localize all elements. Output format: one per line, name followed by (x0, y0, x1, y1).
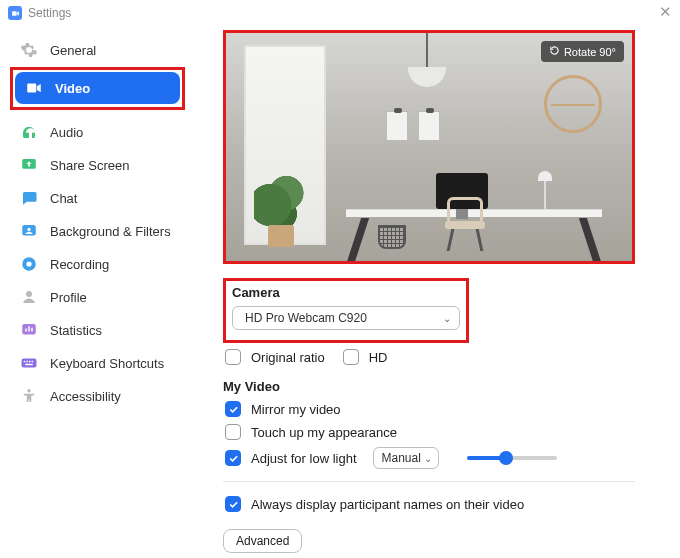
rotate-label: Rotate 90° (564, 46, 616, 58)
sidebar-item-accessibility[interactable]: Accessibility (10, 380, 185, 412)
sidebar-item-label: Background & Filters (50, 224, 171, 239)
sidebar-item-profile[interactable]: Profile (10, 281, 185, 313)
low-light-label: Adjust for low light (251, 451, 357, 466)
low-light-slider[interactable] (467, 456, 557, 460)
sidebar-item-label: Statistics (50, 323, 102, 338)
settings-window: General Video Audio Share Screen (0, 26, 680, 558)
low-light-checkbox[interactable] (225, 450, 241, 466)
sidebar-item-video[interactable]: Video (15, 72, 180, 104)
camera-selected-value: HD Pro Webcam C920 (245, 311, 367, 325)
display-names-checkbox[interactable] (225, 496, 241, 512)
rotate-icon (549, 45, 560, 58)
sidebar-item-label: Accessibility (50, 389, 121, 404)
svg-point-5 (26, 291, 32, 297)
highlight-camera-section: Camera HD Pro Webcam C920 ⌄ (223, 278, 469, 343)
svg-point-2 (27, 228, 30, 231)
video-preview: Rotate 90° (226, 33, 632, 261)
svg-rect-11 (32, 361, 34, 363)
profile-icon (20, 288, 38, 306)
window-title: Settings (28, 6, 71, 20)
gear-icon (20, 41, 38, 59)
svg-point-4 (26, 261, 31, 266)
hd-checkbox[interactable] (343, 349, 359, 365)
sidebar-item-label: Keyboard Shortcuts (50, 356, 164, 371)
svg-rect-12 (25, 364, 33, 366)
rotate-90-button[interactable]: Rotate 90° (541, 41, 624, 62)
sidebar-item-chat[interactable]: Chat (10, 182, 185, 214)
chat-icon (20, 189, 38, 207)
sidebar-item-label: Audio (50, 125, 83, 140)
keyboard-icon (20, 354, 38, 372)
sidebar-item-label: Chat (50, 191, 77, 206)
mirror-video-label: Mirror my video (251, 402, 341, 417)
sidebar-item-label: Share Screen (50, 158, 130, 173)
sidebar-item-general[interactable]: General (10, 34, 185, 66)
svg-point-13 (27, 389, 30, 392)
sidebar-item-keyboard-shortcuts[interactable]: Keyboard Shortcuts (10, 347, 185, 379)
camera-options-row: Original ratio HD (225, 349, 660, 365)
camera-select[interactable]: HD Pro Webcam C920 ⌄ (232, 306, 460, 330)
sidebar-item-label: Video (55, 81, 90, 96)
original-ratio-checkbox[interactable] (225, 349, 241, 365)
recording-icon (20, 255, 38, 273)
close-icon[interactable]: ✕ (659, 3, 672, 21)
accessibility-icon (20, 387, 38, 405)
background-filters-icon (20, 222, 38, 240)
sidebar-item-background-filters[interactable]: Background & Filters (10, 215, 185, 247)
sidebar-item-label: General (50, 43, 96, 58)
sidebar-item-statistics[interactable]: Statistics (10, 314, 185, 346)
sidebar-item-recording[interactable]: Recording (10, 248, 185, 280)
svg-rect-10 (29, 361, 31, 363)
chevron-down-icon: ⌄ (443, 313, 451, 324)
zoom-logo-icon (8, 6, 22, 20)
sidebar-item-audio[interactable]: Audio (10, 116, 185, 148)
hd-label: HD (369, 350, 388, 365)
touch-up-label: Touch up my appearance (251, 425, 397, 440)
svg-rect-9 (26, 361, 28, 363)
touch-up-checkbox[interactable] (225, 424, 241, 440)
slider-thumb[interactable] (499, 451, 513, 465)
camera-heading: Camera (232, 285, 460, 300)
svg-rect-8 (24, 361, 26, 363)
sidebar-item-label: Recording (50, 257, 109, 272)
sidebar: General Video Audio Share Screen (0, 26, 195, 558)
slider-fill (467, 456, 501, 460)
statistics-icon (20, 321, 38, 339)
divider (223, 481, 635, 482)
svg-rect-7 (22, 359, 37, 368)
mirror-video-checkbox[interactable] (225, 401, 241, 417)
highlight-video-nav: Video (10, 67, 185, 110)
original-ratio-label: Original ratio (251, 350, 325, 365)
low-light-mode-select[interactable]: Manual ⌄ (373, 447, 439, 469)
highlight-video-preview: Rotate 90° (223, 30, 635, 264)
my-video-heading: My Video (223, 379, 660, 394)
video-settings-panel: Rotate 90° Camera HD Pro Webcam C920 ⌄ O… (195, 26, 680, 558)
display-names-label: Always display participant names on thei… (251, 497, 524, 512)
chevron-down-icon: ⌄ (424, 453, 432, 464)
headphones-icon (20, 123, 38, 141)
sidebar-item-label: Profile (50, 290, 87, 305)
share-screen-icon (20, 156, 38, 174)
sidebar-item-share-screen[interactable]: Share Screen (10, 149, 185, 181)
video-camera-icon (25, 79, 43, 97)
advanced-button[interactable]: Advanced (223, 529, 302, 553)
titlebar: Settings ✕ (0, 0, 680, 26)
low-light-mode-value: Manual (382, 451, 421, 465)
